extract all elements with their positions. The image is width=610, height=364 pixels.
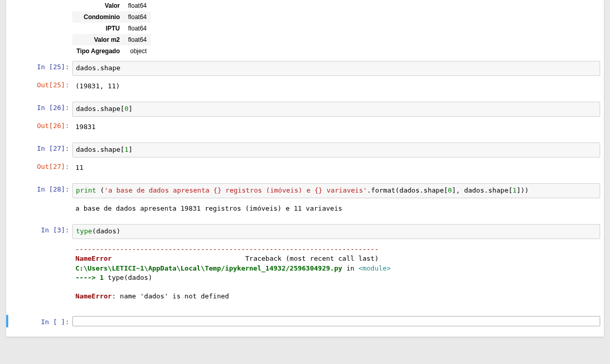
out-prompt: Out[26]: [6, 120, 72, 134]
cell-3-error: ----------------------------------------… [6, 241, 604, 305]
out-prompt: Out[25]: [6, 79, 72, 93]
dtype-row-value: float64 [124, 34, 151, 45]
dtype-row-value: object [124, 45, 151, 57]
in-prompt: In [26]: [6, 102, 72, 117]
code-input[interactable]: print ('a base de dados apresenta {} reg… [72, 183, 600, 198]
dtype-row-value: float64 [124, 0, 151, 11]
cell-25-output: Out[25]: (19831, 11) [6, 78, 604, 94]
cell-28-input[interactable]: In [28]: print ('a base de dados apresen… [6, 182, 604, 199]
output-text: (19831, 11) [72, 79, 600, 93]
dtype-row-name: Tipo Agregado [72, 45, 124, 57]
table-row: Tipo Agregadoobject [72, 45, 151, 57]
cell-26-input[interactable]: In [26]: dados.shape[0] [6, 101, 604, 118]
in-prompt: In [25]: [6, 61, 72, 76]
dtype-row-name: Condominio [72, 11, 124, 23]
notebook-page: Valorfloat64Condominiofloat64IPTUfloat64… [6, 0, 604, 337]
out-prompt [6, 242, 72, 304]
dtype-row-value: float64 [124, 11, 151, 23]
output-text: a base de dados apresenta 19831 registro… [72, 201, 600, 216]
dtype-row-name: Valor m2 [72, 34, 124, 45]
cell-28-output: a base de dados apresenta 19831 registro… [6, 200, 604, 217]
dtype-row-name: Valor [72, 0, 124, 11]
dtype-table: Valorfloat64Condominiofloat64IPTUfloat64… [72, 0, 151, 57]
dtype-row-value: float64 [124, 23, 151, 34]
output-text: 11 [72, 161, 600, 175]
in-prompt: In [28]: [6, 183, 72, 198]
cell-3-input[interactable]: In [3]: type(dados) [6, 223, 604, 240]
error-output: ----------------------------------------… [72, 242, 600, 304]
output-text: 19831 [72, 120, 600, 134]
out-prompt: Out[27]: [6, 161, 72, 175]
code-input[interactable]: dados.shape [72, 61, 600, 76]
in-prompt: In [27]: [6, 143, 72, 157]
table-row: Valor m2float64 [72, 34, 151, 45]
cell-empty-input[interactable]: In [ ]: [6, 315, 604, 327]
table-row: Condominiofloat64 [72, 11, 151, 23]
table-row: Valorfloat64 [72, 0, 151, 11]
out-prompt [6, 201, 72, 216]
in-prompt: In [3]: [6, 224, 72, 239]
dtype-row-name: IPTU [72, 23, 124, 34]
cell-27-input[interactable]: In [27]: dados.shape[1] [6, 141, 604, 159]
dtype-output: Valorfloat64Condominiofloat64IPTUfloat64… [6, 0, 604, 59]
code-input[interactable]: dados.shape[1] [72, 143, 600, 157]
code-input[interactable]: type(dados) [72, 224, 600, 239]
cell-25-input[interactable]: In [25]: dados.shape [6, 60, 604, 77]
table-row: IPTUfloat64 [72, 23, 151, 34]
in-prompt: In [ ]: [8, 316, 72, 326]
code-input[interactable]: dados.shape[0] [72, 102, 600, 117]
code-input[interactable] [72, 316, 600, 326]
cell-27-output: Out[27]: 11 [6, 160, 604, 176]
cell-26-output: Out[26]: 19831 [6, 119, 604, 135]
